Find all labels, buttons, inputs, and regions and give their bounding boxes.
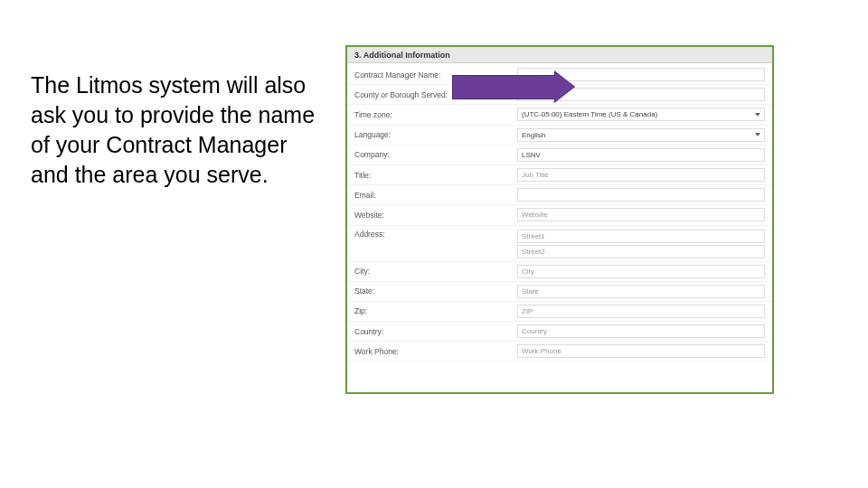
row-timezone: Time zone: (UTC-05:00) Eastern Time (US … — [347, 105, 772, 125]
input-zip[interactable]: ZIP — [517, 305, 765, 318]
row-title: Title: Job Title — [347, 165, 772, 185]
row-country: Country: Country — [347, 322, 772, 342]
input-street1[interactable]: Street1 — [517, 230, 765, 243]
row-city: City: City — [347, 262, 772, 282]
row-email: Email: — [347, 185, 772, 205]
input-state[interactable]: State — [517, 285, 765, 298]
form-body: Contract Manager Name: County or Borough… — [347, 63, 772, 361]
input-country[interactable]: Country — [517, 324, 765, 338]
row-zip: Zip: ZIP — [347, 302, 772, 322]
label-country: Country: — [354, 327, 517, 336]
label-email: Email: — [354, 191, 517, 200]
row-address: Address: Street1 Street2 — [347, 226, 772, 262]
instruction-text: The Litmos system will also ask you to p… — [31, 70, 320, 190]
row-company: Company: LSNV — [347, 145, 772, 165]
label-state: State: — [354, 286, 517, 296]
input-title[interactable]: Job Title — [517, 168, 765, 182]
label-address: Address: — [354, 230, 517, 239]
label-website: Website: — [354, 211, 517, 220]
select-timezone-value: (UTC-05:00) Eastern Time (US & Canada) — [522, 110, 657, 118]
chevron-down-icon — [755, 113, 760, 117]
slide: The Litmos system will also ask you to p… — [0, 0, 868, 488]
row-website: Website: Website — [347, 205, 772, 225]
select-timezone[interactable]: (UTC-05:00) Eastern Time (US & Canada) — [517, 108, 765, 121]
highlight-arrow — [452, 71, 579, 103]
select-language-value: English — [522, 131, 545, 139]
input-street2[interactable]: Street2 — [517, 245, 765, 258]
input-website[interactable]: Website — [517, 208, 765, 221]
label-zip: Zip: — [354, 306, 517, 315]
section-header: 3. Additional Information — [347, 47, 772, 63]
label-city: City: — [354, 267, 517, 276]
label-company: Company: — [354, 150, 517, 159]
label-work-phone: Work Phone: — [354, 347, 517, 356]
chevron-down-icon — [755, 133, 760, 136]
input-work-phone[interactable]: Work Phone — [517, 344, 765, 358]
label-language: Language: — [354, 130, 517, 139]
input-city[interactable]: City — [517, 265, 765, 278]
row-state: State: State — [347, 282, 772, 302]
label-timezone: Time zone: — [354, 110, 517, 119]
input-company[interactable]: LSNV — [517, 148, 765, 162]
row-language: Language: English — [347, 126, 772, 145]
select-language[interactable]: English — [517, 128, 765, 142]
input-email[interactable] — [517, 188, 765, 202]
row-work-phone: Work Phone: Work Phone — [347, 342, 772, 361]
label-title: Title: — [354, 171, 517, 180]
